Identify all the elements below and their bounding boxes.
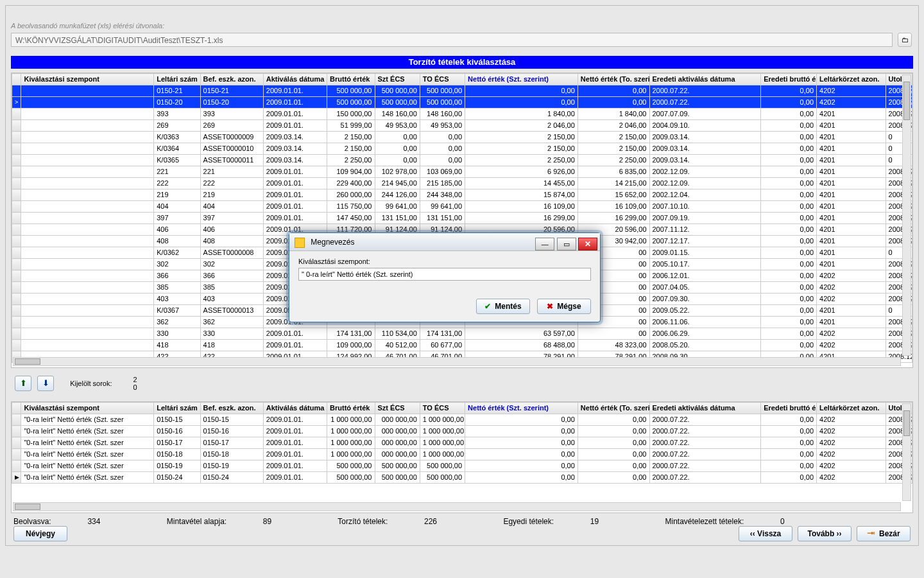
row-handle[interactable]: ▶ bbox=[12, 472, 21, 484]
col-lk[interactable]: Leltárkörzet azon. bbox=[817, 403, 886, 414]
cell-to[interactable]: 244 348,00 bbox=[420, 189, 465, 201]
col-akt[interactable]: Aktiválás dátuma bbox=[263, 74, 327, 85]
row-handle[interactable] bbox=[12, 449, 21, 460]
cell-lk[interactable]: 4202 bbox=[817, 282, 886, 293]
cell-nszt[interactable]: 63 597,00 bbox=[465, 328, 578, 340]
cell-to[interactable]: 0,00 bbox=[420, 132, 465, 143]
cell-bef[interactable]: ASSET0000011 bbox=[200, 155, 263, 166]
cell-nto[interactable]: 16 299,00 bbox=[578, 213, 649, 224]
cell-akt[interactable]: 2009.01.01. bbox=[263, 120, 327, 132]
cell-to[interactable]: 500 000,00 bbox=[420, 97, 465, 109]
cell-szt[interactable]: 500 000,00 bbox=[375, 472, 420, 484]
cell-akt[interactable]: 2009.01.01. bbox=[263, 201, 327, 213]
cell-eakt[interactable]: 2008.05.20. bbox=[649, 340, 761, 351]
cell-bef[interactable]: 404 bbox=[200, 201, 263, 213]
cell-lk[interactable]: 4201 bbox=[817, 317, 886, 328]
cell-nszt[interactable]: 0,00 bbox=[465, 97, 578, 109]
cell-szemp[interactable]: "0-ra leírt" Nettó érték (Szt. szer bbox=[21, 460, 154, 472]
cell-bef[interactable]: 0150-15 bbox=[200, 414, 263, 426]
col-nto[interactable]: Nettó érték (To. szerint) bbox=[578, 74, 649, 85]
cell-nszt[interactable]: 2 150,00 bbox=[465, 132, 578, 143]
cell-bef[interactable]: ASSET0000009 bbox=[200, 132, 263, 143]
row-handle[interactable] bbox=[12, 85, 21, 97]
cell-ebrut[interactable]: 0,00 bbox=[761, 189, 817, 201]
cell-szt[interactable]: 99 641,00 bbox=[375, 201, 420, 213]
cell-eakt[interactable]: 2006.12.01. bbox=[649, 270, 761, 282]
cell-ebrut[interactable]: 0,00 bbox=[761, 305, 817, 317]
cell-ebrut[interactable]: 0,00 bbox=[761, 143, 817, 155]
cell-to[interactable]: 215 185,00 bbox=[420, 178, 465, 189]
row-handle[interactable] bbox=[12, 213, 21, 224]
cell-brutto[interactable]: 2 250,00 bbox=[327, 155, 375, 166]
cell-akt[interactable]: 2009.01.01. bbox=[263, 166, 327, 178]
cell-lelt[interactable]: 0150-18 bbox=[154, 449, 200, 460]
cell-brutto[interactable]: 109 904,00 bbox=[327, 166, 375, 178]
row-handle[interactable] bbox=[12, 426, 21, 437]
cell-ebrut[interactable]: 0,00 bbox=[761, 270, 817, 282]
grid-top[interactable]: Kiválasztási szempontLeltári számBef. es… bbox=[11, 73, 913, 368]
cell-lk[interactable]: 4202 bbox=[817, 293, 886, 305]
table-row[interactable]: 3973972009.01.01.147 450,00131 151,00131… bbox=[12, 213, 912, 224]
cell-ebrut[interactable]: 0,00 bbox=[761, 449, 817, 460]
cell-eakt[interactable]: 2007.12.17. bbox=[649, 236, 761, 247]
cell-szemp[interactable] bbox=[21, 340, 154, 351]
cell-eakt[interactable]: 2005.10.17. bbox=[649, 259, 761, 270]
cell-lk[interactable]: 4201 bbox=[817, 236, 886, 247]
cell-akt[interactable]: 2009.03.14. bbox=[263, 132, 327, 143]
row-handle[interactable] bbox=[12, 414, 21, 426]
row-handle[interactable] bbox=[12, 132, 21, 143]
cell-ebrut[interactable]: 0,00 bbox=[761, 317, 817, 328]
cell-to[interactable]: 0,00 bbox=[420, 143, 465, 155]
col-ebrut[interactable]: Eredeti bruttó érték bbox=[761, 74, 817, 85]
table-row[interactable]: 4044042009.01.01.115 750,0099 641,0099 6… bbox=[12, 201, 912, 213]
cell-szemp[interactable] bbox=[21, 97, 154, 109]
cell-eakt[interactable]: 2009.03.14. bbox=[649, 143, 761, 155]
cell-szt[interactable]: 0,00 bbox=[375, 143, 420, 155]
cell-lelt[interactable]: 219 bbox=[154, 189, 200, 201]
close-button[interactable]: ⭲ Bezár bbox=[857, 526, 911, 541]
cell-lelt[interactable]: 221 bbox=[154, 166, 200, 178]
cell-akt[interactable]: 2009.01.01. bbox=[263, 97, 327, 109]
cell-nszt[interactable]: 6 926,00 bbox=[465, 166, 578, 178]
cell-bef[interactable]: 408 bbox=[200, 236, 263, 247]
cell-nto[interactable]: 14 215,00 bbox=[578, 178, 649, 189]
cell-brutto[interactable]: 109 000,00 bbox=[327, 340, 375, 351]
cell-bef[interactable]: 393 bbox=[200, 109, 263, 120]
cell-lk[interactable]: 4202 bbox=[817, 414, 886, 426]
cell-lk[interactable]: 4201 bbox=[817, 120, 886, 132]
col-nszt[interactable]: Nettó érték (Szt. szerint) bbox=[465, 74, 578, 85]
cell-szt[interactable]: 000 000,00 bbox=[375, 437, 420, 449]
table-row[interactable]: 2692692009.01.01.51 999,0049 953,0049 95… bbox=[12, 120, 912, 132]
cell-nto[interactable]: 6 835,00 bbox=[578, 166, 649, 178]
cell-nszt[interactable]: 2 250,00 bbox=[465, 155, 578, 166]
cell-lk[interactable]: 4201 bbox=[817, 155, 886, 166]
col-szemp[interactable]: Kiválasztási szempont bbox=[21, 74, 154, 85]
cell-bef[interactable]: 0150-19 bbox=[200, 460, 263, 472]
cell-ebrut[interactable]: 0,00 bbox=[761, 155, 817, 166]
cell-brutto[interactable]: 229 400,00 bbox=[327, 178, 375, 189]
cell-lk[interactable]: 4202 bbox=[817, 85, 886, 97]
cell-nto[interactable]: 2 046,00 bbox=[578, 120, 649, 132]
cell-bef[interactable]: 0150-16 bbox=[200, 426, 263, 437]
grid-bottom[interactable]: Kiválasztási szempontLeltári számBef. es… bbox=[11, 401, 913, 513]
cell-szemp[interactable]: "0-ra leírt" Nettó érték (Szt. szer bbox=[21, 449, 154, 460]
cell-eakt[interactable]: 2000.07.22. bbox=[649, 85, 761, 97]
cell-eakt[interactable]: 2007.09.30. bbox=[649, 293, 761, 305]
cell-ebrut[interactable]: 0,00 bbox=[761, 426, 817, 437]
cell-lk[interactable]: 4202 bbox=[817, 437, 886, 449]
table-row[interactable]: 2222222009.01.01.229 400,00214 945,00215… bbox=[12, 178, 912, 189]
cell-bef[interactable]: 221 bbox=[200, 166, 263, 178]
cell-brutto[interactable]: 147 450,00 bbox=[327, 213, 375, 224]
move-down-button[interactable]: ⬇ bbox=[37, 376, 54, 391]
cell-ebrut[interactable]: 0,00 bbox=[761, 120, 817, 132]
cell-nszt[interactable]: 0,00 bbox=[465, 449, 578, 460]
cell-lk[interactable]: 4201 bbox=[817, 178, 886, 189]
col-brutto[interactable]: Bruttó érték bbox=[327, 74, 375, 85]
cell-nszt[interactable]: 2 046,00 bbox=[465, 120, 578, 132]
row-handle[interactable] bbox=[12, 120, 21, 132]
cell-szt[interactable]: 0,00 bbox=[375, 155, 420, 166]
cell-brutto[interactable]: 174 131,00 bbox=[327, 328, 375, 340]
cell-nszt[interactable]: 0,00 bbox=[465, 414, 578, 426]
cell-lk[interactable]: 4201 bbox=[817, 201, 886, 213]
cell-ebrut[interactable]: 0,00 bbox=[761, 178, 817, 189]
